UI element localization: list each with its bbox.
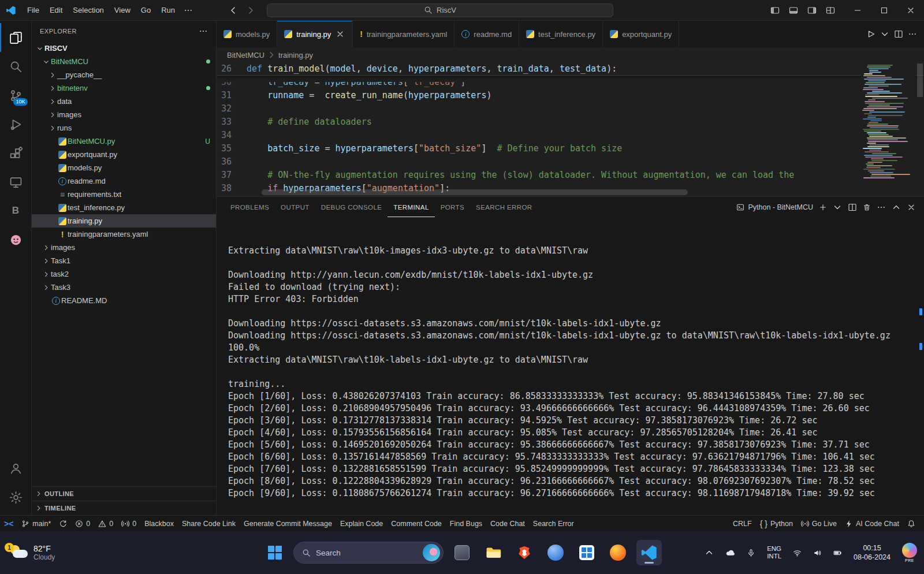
- maximize-panel-icon[interactable]: [892, 203, 901, 212]
- run-button[interactable]: [866, 29, 875, 39]
- toggle-secondary-sidebar-icon[interactable]: [804, 3, 820, 18]
- status-eol[interactable]: CRLF: [729, 516, 756, 531]
- panel-more-icon[interactable]: [877, 203, 886, 212]
- panel-tab-terminal[interactable]: TERMINAL: [388, 197, 434, 217]
- volume-icon[interactable]: [811, 546, 824, 560]
- tab-readme-md[interactable]: ireadme.md: [454, 21, 519, 47]
- activity-explorer[interactable]: [0, 23, 32, 52]
- timeline-section[interactable]: TIMELINE: [32, 501, 216, 515]
- close-panel-icon[interactable]: [907, 203, 916, 212]
- taskbar-brave[interactable]: [512, 540, 537, 565]
- status-ports[interactable]: 0: [117, 516, 140, 531]
- terminal-output[interactable]: Extracting data\MNIST\raw\t10k-images-id…: [217, 217, 924, 515]
- activity-settings[interactable]: [0, 483, 32, 512]
- menu-go[interactable]: Go: [136, 3, 156, 17]
- back-icon[interactable]: [229, 6, 238, 15]
- panel-tab-output[interactable]: OUTPUT: [275, 197, 315, 217]
- tray-chevron-up-icon[interactable]: [702, 546, 716, 560]
- status-remote[interactable]: ><: [0, 516, 17, 531]
- panel-tab-ports[interactable]: PORTS: [435, 197, 470, 217]
- tab-exportquant-py[interactable]: exportquant.py: [603, 21, 679, 47]
- status-language[interactable]: { }Python: [756, 516, 797, 531]
- activity-search[interactable]: [0, 52, 32, 81]
- tree-item-data[interactable]: data: [32, 95, 216, 108]
- tab-trainingparameters-yaml[interactable]: !trainingparameters.yaml: [353, 21, 454, 47]
- minimize-button[interactable]: [844, 0, 871, 20]
- tree-item-readme-md[interactable]: ireadme.md: [32, 174, 216, 188]
- tree-item-bitnetenv[interactable]: bitnetenv: [32, 81, 216, 95]
- panel-tab-debug-console[interactable]: DEBUG CONSOLE: [315, 197, 388, 217]
- status-branch[interactable]: main*: [17, 516, 55, 531]
- terminal-dropdown-icon[interactable]: [833, 203, 842, 212]
- status-share-code-link[interactable]: Share Code Link: [178, 516, 240, 531]
- menu-view[interactable]: View: [109, 3, 136, 17]
- tree-item-runs[interactable]: runs: [32, 121, 216, 135]
- status-code-chat[interactable]: Code Chat: [486, 516, 529, 531]
- activity-axolotl-extension[interactable]: [0, 225, 32, 254]
- taskbar-firefox[interactable]: [605, 540, 631, 565]
- terminal-shell-select[interactable]: Python - BitNetMCU: [736, 203, 813, 211]
- status-generate-commit-message[interactable]: Generate Commit Message: [240, 516, 336, 531]
- breadcrumb-folder[interactable]: BitNetMCU: [227, 51, 264, 59]
- weather-widget[interactable]: 1 82°F Cloudy: [3, 541, 61, 565]
- tab-close-icon[interactable]: [335, 29, 345, 39]
- status-explain-code[interactable]: Explain Code: [336, 516, 387, 531]
- menu-edit[interactable]: Edit: [44, 3, 68, 17]
- taskbar-search[interactable]: Search: [293, 542, 444, 564]
- tree-item-readme-md[interactable]: iREADME.MD: [32, 294, 216, 307]
- tree-item-task1[interactable]: Task1: [32, 254, 216, 267]
- split-terminal-icon[interactable]: [848, 203, 857, 212]
- kill-terminal-icon[interactable]: [863, 203, 871, 211]
- start-button[interactable]: [262, 540, 288, 565]
- activity-extensions[interactable]: [0, 139, 32, 167]
- menu-file[interactable]: File: [22, 3, 44, 17]
- new-terminal-icon[interactable]: [819, 203, 827, 211]
- toggle-panel-icon[interactable]: [785, 3, 802, 18]
- tab-models-py[interactable]: models.py: [217, 21, 277, 47]
- menu-selection[interactable]: Selection: [68, 3, 109, 17]
- run-dropdown-icon[interactable]: [880, 29, 889, 39]
- tree-item-images[interactable]: images: [32, 241, 216, 254]
- tree-item-riscv[interactable]: RISCV: [32, 42, 216, 55]
- taskbar-vscode[interactable]: [636, 540, 662, 565]
- tree-item--pycache-[interactable]: __pycache__: [32, 68, 216, 81]
- menu-run[interactable]: Run: [156, 3, 180, 17]
- forward-icon[interactable]: [246, 6, 255, 15]
- microphone-icon[interactable]: [744, 546, 758, 560]
- tab-training-py[interactable]: training.py: [277, 21, 353, 47]
- tree-item-task3[interactable]: Task3: [32, 281, 216, 294]
- code-editor[interactable]: 26def train_model(model, device, hyperpa…: [217, 62, 924, 196]
- tree-item-models-py[interactable]: models.py: [32, 161, 216, 174]
- tree-item-bitnetmcu[interactable]: BitNetMCU: [32, 55, 216, 68]
- command-center-search[interactable]: RiscV: [267, 3, 613, 17]
- tree-item-exportquant-py[interactable]: exportquant.py: [32, 148, 216, 161]
- panel-tab-problems[interactable]: PROBLEMS: [225, 197, 275, 217]
- onedrive-cloud-icon[interactable]: [723, 546, 737, 560]
- editor-scrollbar[interactable]: [916, 62, 924, 196]
- taskbar-file-explorer[interactable]: [480, 540, 506, 565]
- status-errors[interactable]: 0: [71, 516, 94, 531]
- explorer-more-icon[interactable]: [199, 27, 208, 36]
- tree-item-training-py[interactable]: training.py: [32, 214, 216, 228]
- tree-item-task2[interactable]: task2: [32, 267, 216, 281]
- breadcrumb-file[interactable]: training.py: [278, 51, 313, 59]
- status-ai-code-chat[interactable]: AI Code Chat: [841, 516, 903, 531]
- battery-icon[interactable]: [831, 546, 844, 560]
- split-editor-icon[interactable]: [894, 29, 903, 39]
- status-notifications[interactable]: [903, 516, 919, 531]
- status-go-live[interactable]: Go Live: [797, 516, 841, 531]
- status-blackbox[interactable]: Blackbox: [140, 516, 178, 531]
- activity-run-and-debug[interactable]: [0, 110, 32, 139]
- panel-tab-search-error[interactable]: SEARCH ERROR: [470, 197, 538, 217]
- wifi-icon[interactable]: [791, 546, 804, 560]
- tree-item-bitnetmcu-py[interactable]: BitNetMCU.pyU: [32, 135, 216, 148]
- toggle-sidebar-icon[interactable]: [767, 3, 783, 18]
- activity-source-control[interactable]: 10K: [0, 81, 32, 110]
- status-comment-code[interactable]: Comment Code: [387, 516, 446, 531]
- tree-item-test-inference-py[interactable]: test_inference.py: [32, 201, 216, 214]
- activity-accounts[interactable]: [0, 454, 32, 483]
- close-button[interactable]: [897, 0, 924, 20]
- taskbar-app-window[interactable]: [449, 540, 475, 565]
- maximize-button[interactable]: [871, 0, 897, 20]
- status-sync[interactable]: [55, 516, 71, 531]
